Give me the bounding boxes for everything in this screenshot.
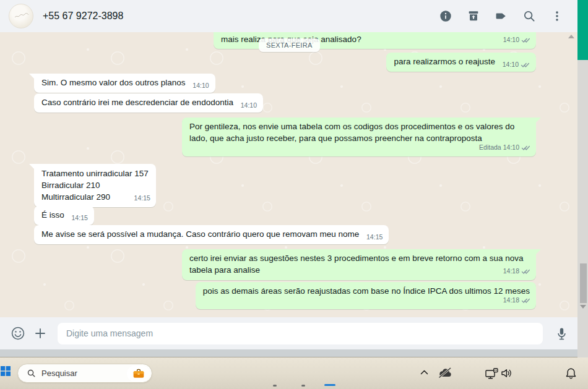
message-meta: 14:15 <box>134 192 150 204</box>
menu-icon[interactable] <box>550 9 564 24</box>
message-meta: Editada 14:10 <box>479 142 530 153</box>
message-text: Sim. O mesmo valor dos outros planos <box>41 78 186 87</box>
header-actions <box>438 9 564 24</box>
double-check-icon <box>521 145 530 151</box>
message-time: 14:15 <box>134 192 150 204</box>
volume-icon[interactable] <box>500 367 513 379</box>
message-text: Por gentileza, nos envie uma tabela com … <box>189 122 514 143</box>
attach-plus-icon[interactable] <box>33 326 48 341</box>
message-meta: 14:10 <box>503 34 530 46</box>
message-text-line: Multirradicular 290 <box>41 191 149 203</box>
message-time: 14:10 <box>503 34 519 46</box>
scrollbar-thumb[interactable] <box>580 263 587 303</box>
message-time: 14:15 <box>72 212 88 224</box>
scroll-up-arrow[interactable] <box>568 35 574 38</box>
message-time: 14:10 <box>241 100 257 111</box>
green-edge-strip <box>577 0 588 60</box>
message-bubble-incoming[interactable]: Sim. O mesmo valor dos outros planos 14:… <box>34 74 215 93</box>
message-bubble-incoming[interactable]: Caso contrário irei me descredenciar de … <box>34 93 263 113</box>
onedrive-offline-icon[interactable] <box>437 367 453 379</box>
message-time: 14:10 <box>192 80 209 92</box>
message-time: 14:18 <box>503 294 519 306</box>
mic-icon[interactable] <box>554 326 569 341</box>
scrollbar-track[interactable] <box>577 60 588 357</box>
scroll-down-arrow[interactable] <box>580 305 586 309</box>
message-meta: 14:18 <box>503 265 530 277</box>
snipping-tool-active-indicator <box>324 384 335 386</box>
double-check-icon <box>521 268 530 275</box>
avatar-scribble <box>14 12 30 20</box>
message-meta: 14:18 <box>503 294 530 306</box>
chat-message-list: mais realiza para que seja analisado? 14… <box>0 32 577 317</box>
message-composer <box>0 317 577 349</box>
label-icon[interactable] <box>494 9 509 24</box>
message-input[interactable] <box>58 323 543 344</box>
windows-start-icon[interactable] <box>1 366 11 376</box>
excel-running-indicator <box>301 385 305 387</box>
message-text: Me avise se será possível a mudança. Cas… <box>41 229 359 239</box>
message-bubble-outgoing[interactable]: certo irei enviar as sugestões nestes 3 … <box>182 249 536 280</box>
search-icon[interactable] <box>522 9 537 24</box>
message-meta: 14:10 <box>503 59 530 71</box>
message-meta: 14:10 <box>192 80 209 92</box>
taskbar-search[interactable]: Pesquisar <box>17 364 152 383</box>
emoji-icon[interactable] <box>11 326 25 341</box>
archive-icon[interactable] <box>466 9 481 24</box>
date-divider: SEXTA-FEIRA <box>259 38 320 52</box>
message-text: Caso contrário irei me descredenciar de … <box>41 98 233 107</box>
search-icon <box>27 369 36 378</box>
network-ethernet-icon[interactable] <box>485 367 498 380</box>
windows-taskbar: Pesquisar ✂ <box>0 357 588 389</box>
message-meta: 14:15 <box>72 212 88 224</box>
message-time: 14:15 <box>366 231 383 243</box>
search-label: Pesquisar <box>41 369 77 378</box>
double-check-icon <box>521 62 530 68</box>
message-time: 14:10 <box>503 142 519 153</box>
message-meta: 14:15 <box>366 231 383 243</box>
message-bubble-outgoing[interactable]: para realizarmos o reajuste 14:10 <box>386 53 536 72</box>
message-text: para realizarmos o reajuste <box>394 57 495 66</box>
chat-title: +55 67 9272-3898 <box>43 11 123 22</box>
edited-label: Editada <box>479 142 501 153</box>
desktop-background-strip <box>0 349 588 357</box>
search-highlight <box>127 365 150 382</box>
chrome-running-indicator <box>273 385 277 387</box>
message-text: certo irei enviar as sugestões nestes 3 … <box>189 254 524 275</box>
message-text-line: Birradicular 210 <box>41 179 149 191</box>
message-time: 14:10 <box>503 59 519 71</box>
whatsapp-chat-header: +55 67 9272-3898 <box>0 0 577 32</box>
tray-chevron-up-icon[interactable] <box>419 367 429 377</box>
message-bubble-incoming[interactable]: Tratamento unirradicular 157 Birradicula… <box>34 164 156 207</box>
screen: +55 67 9272-3898 mais realiza para que s… <box>0 0 588 389</box>
message-bubble-outgoing[interactable]: pois as demais áreas serão reajustadas c… <box>196 282 536 309</box>
message-time: 14:18 <box>503 265 519 277</box>
message-text-line: Tratamento unirradicular 157 <box>41 168 149 179</box>
message-bubble-incoming[interactable]: Me avise se será possível a mudança. Cas… <box>34 225 389 244</box>
message-text: pois as demais áreas serão reajustadas c… <box>203 286 530 296</box>
message-bubble-incoming[interactable]: É isso 14:15 <box>34 206 94 225</box>
message-text: É isso <box>41 210 64 220</box>
notification-bell-icon[interactable] <box>565 367 577 380</box>
contact-avatar[interactable] <box>9 4 33 28</box>
briefcase-icon <box>132 368 145 379</box>
double-check-icon <box>521 297 530 304</box>
info-icon[interactable] <box>438 9 453 24</box>
double-check-icon <box>521 37 530 43</box>
message-meta: 14:10 <box>241 100 257 111</box>
message-bubble-outgoing[interactable]: Por gentileza, nos envie uma tabela com … <box>182 118 536 156</box>
